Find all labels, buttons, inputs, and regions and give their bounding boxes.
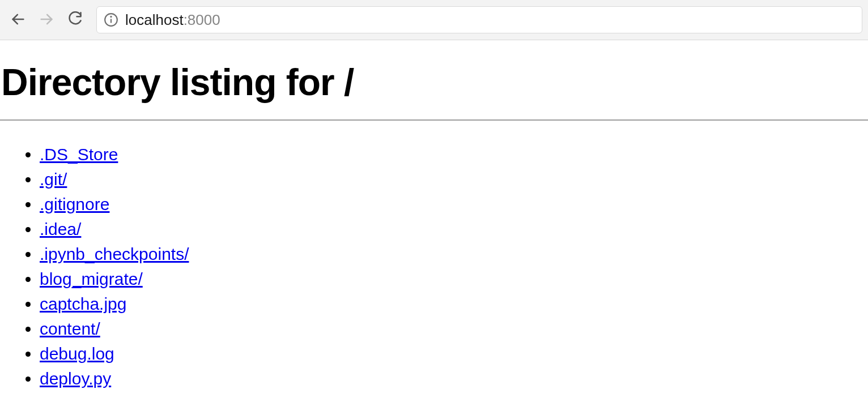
list-item: .idea/ [40,217,868,242]
svg-point-4 [110,16,111,17]
directory-link[interactable]: .idea/ [40,220,81,238]
url-port: :8000 [184,11,220,28]
directory-link[interactable]: content/ [40,319,100,338]
list-item: .gitignore [40,192,868,217]
directory-list: .DS_Store .git/ .gitignore .idea/ .ipynb… [0,121,868,391]
back-arrow-icon [10,11,26,29]
reload-button[interactable] [62,7,87,32]
directory-link[interactable]: debug.log [40,344,114,363]
reload-icon [67,11,83,29]
list-item: deploy.py [40,366,868,391]
list-item: debug.log [40,341,868,366]
list-item: blog_migrate/ [40,267,868,292]
back-button[interactable] [6,7,31,32]
directory-link[interactable]: .ipynb_checkpoints/ [40,245,189,263]
directory-link[interactable]: .DS_Store [40,145,118,164]
directory-link[interactable]: deploy.py [40,369,111,388]
list-item: content/ [40,317,868,341]
directory-link[interactable]: .gitignore [40,195,109,213]
directory-link[interactable]: captcha.jpg [40,294,126,313]
directory-link[interactable]: .git/ [40,170,67,189]
directory-link[interactable]: blog_migrate/ [40,270,143,288]
page-title: Directory listing for / [0,40,868,119]
browser-toolbar: localhost:8000 [0,0,868,40]
page-content: Directory listing for / .DS_Store .git/ … [0,40,868,402]
forward-arrow-icon [39,11,54,29]
list-item: .git/ [40,167,868,192]
list-item: captcha.jpg [40,292,868,317]
url-host: localhost [125,11,184,28]
forward-button[interactable] [34,7,59,32]
address-bar[interactable]: localhost:8000 [96,6,862,33]
list-item: .ipynb_checkpoints/ [40,242,868,267]
url-text: localhost:8000 [125,11,220,29]
list-item: .DS_Store [40,142,868,167]
site-info-icon[interactable] [104,12,118,27]
